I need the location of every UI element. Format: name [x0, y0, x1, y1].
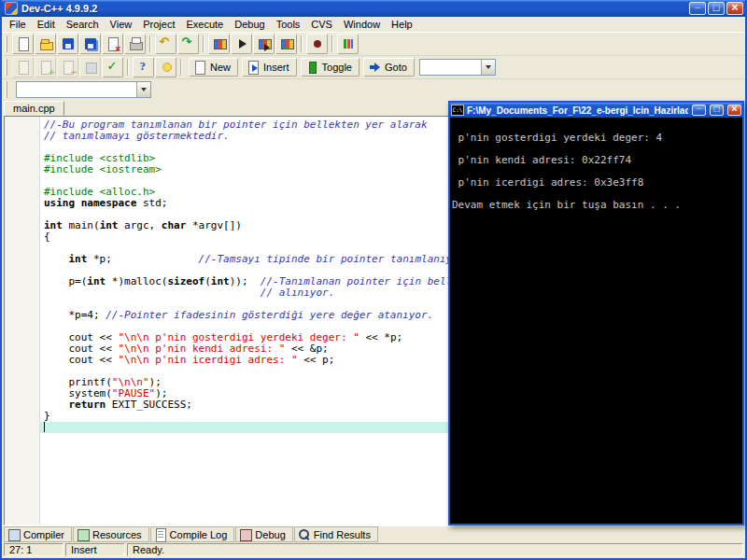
toggle-bookmark-button[interactable]: Toggle	[301, 58, 359, 77]
menu-edit[interactable]: Edit	[32, 18, 61, 31]
tab-main-cpp[interactable]: main.cpp	[4, 101, 64, 116]
tab-log-icon	[153, 527, 168, 542]
tab-find-icon	[297, 527, 312, 542]
project-options-icon	[83, 60, 98, 75]
save-button[interactable]	[57, 34, 78, 54]
toolbar-compiler	[2, 79, 745, 100]
menu-view[interactable]: View	[105, 18, 138, 31]
profile-button[interactable]	[337, 34, 359, 54]
menu-debug[interactable]: Debug	[229, 18, 270, 31]
insert-icon	[246, 60, 261, 75]
compile-button[interactable]	[208, 34, 230, 54]
console-line: p'nin icerdigi adres: 0x3e3ff8	[452, 177, 740, 189]
cmd-icon: C:\	[451, 105, 464, 116]
new-source-button[interactable]	[12, 34, 34, 54]
profile-icon	[341, 36, 356, 51]
tab-resources-icon	[76, 527, 91, 542]
tab-find-results[interactable]: Find Results	[294, 526, 378, 542]
toolbar-main-items	[4, 34, 359, 54]
console-maximize-button[interactable]	[710, 105, 724, 116]
print-icon	[128, 36, 143, 51]
toolbar-main	[2, 33, 745, 56]
tab-compile-log-label: Compile Log	[170, 529, 228, 540]
console-title-bar[interactable]: C:\ F:\My_Documents_For_F\22_e-bergi_Ici…	[450, 103, 742, 118]
page-new-icon	[192, 60, 207, 75]
chevron-down-icon	[141, 88, 147, 91]
add-file-icon	[38, 60, 53, 75]
tab-debug[interactable]: Debug	[235, 526, 292, 542]
add-file-button	[35, 57, 56, 77]
toolbar-separator	[301, 35, 303, 52]
menu-tools[interactable]: Tools	[271, 18, 306, 31]
toolbar-separator	[331, 35, 333, 52]
insert-bookmark-button[interactable]: Insert	[242, 58, 297, 77]
tip-button[interactable]	[155, 57, 176, 77]
save-all-button[interactable]	[79, 34, 101, 54]
devcpp-window: Dev-C++ 4.9.9.2 FileEditSearchViewProjec…	[0, 0, 747, 560]
run-button[interactable]	[231, 34, 252, 54]
run-icon	[234, 36, 249, 51]
compiler-combo-dropdown[interactable]	[136, 82, 150, 97]
bookmark-combo[interactable]	[419, 59, 496, 76]
console-close-button[interactable]	[727, 105, 741, 116]
toolbar-grip	[5, 35, 7, 52]
help-icon	[136, 60, 151, 75]
new-project-button	[12, 57, 34, 77]
toolbar-second: NewInsertToggleGoto	[2, 56, 745, 79]
console-window[interactable]: C:\ F:\My_Documents_For_F\22_e-bergi_Ici…	[448, 101, 744, 525]
undo-icon	[159, 36, 174, 51]
menu-execute[interactable]: Execute	[180, 18, 229, 31]
menu-help[interactable]: Help	[386, 18, 418, 31]
tab-compiler[interactable]: Compiler	[4, 526, 72, 542]
compiler-combo[interactable]	[16, 81, 151, 98]
tab-compile-log[interactable]: Compile Log	[150, 526, 235, 542]
minimize-button[interactable]	[689, 2, 706, 15]
remove-file-button	[57, 57, 78, 77]
menu-window[interactable]: Window	[338, 18, 386, 31]
window-title: Dev-C++ 4.9.9.2	[21, 3, 689, 14]
console-line: p'nin kendi adresi: 0x22ff74	[452, 155, 740, 166]
undo-button[interactable]	[155, 34, 176, 54]
tab-resources[interactable]: Resources	[73, 526, 149, 542]
toggle-icon	[304, 60, 319, 75]
print-button[interactable]	[124, 34, 146, 54]
menu-search[interactable]: Search	[61, 18, 105, 31]
redo-icon	[181, 36, 196, 51]
editor-gutter	[5, 117, 40, 525]
window-controls	[689, 2, 743, 15]
debug-button[interactable]	[306, 34, 328, 54]
compile-run-button[interactable]	[253, 34, 275, 54]
status-insert-mode: Insert	[65, 543, 125, 556]
save-icon	[61, 36, 76, 51]
goto-bookmark-button[interactable]: Goto	[363, 58, 415, 77]
close-file-icon	[106, 36, 120, 51]
devcpp-logo-icon	[5, 2, 18, 15]
console-line: p'nin gosterdigi yerdeki deger: 4	[452, 133, 740, 144]
title-bar[interactable]: Dev-C++ 4.9.9.2	[2, 0, 745, 17]
console-output: p'nin gosterdigi yerdeki deger: 4 p'nin …	[450, 118, 742, 524]
status-message: Ready.	[127, 543, 743, 556]
maximize-button[interactable]	[708, 2, 725, 15]
check-syntax-button[interactable]	[102, 57, 123, 77]
menu-project[interactable]: Project	[137, 18, 180, 31]
redo-button[interactable]	[177, 34, 199, 54]
bookmark-combo-dropdown[interactable]	[481, 60, 495, 75]
menu-bar: FileEditSearchViewProjectExecuteDebugToo…	[2, 17, 745, 33]
compile-run-icon	[257, 36, 272, 51]
help-button[interactable]	[133, 57, 154, 77]
rebuild-button[interactable]	[275, 34, 297, 54]
bottom-tab-bar: CompilerResourcesCompile LogDebugFind Re…	[2, 525, 745, 542]
tab-compiler-icon	[7, 527, 21, 542]
menu-file[interactable]: File	[4, 18, 32, 31]
tip-icon	[159, 60, 174, 75]
close-button[interactable]	[726, 2, 743, 15]
new-bookmark-button[interactable]: New	[189, 58, 238, 77]
menu-cvs[interactable]: CVS	[305, 18, 338, 31]
console-minimize-button[interactable]	[692, 105, 706, 116]
save-all-icon	[83, 36, 98, 51]
status-cursor-position: 27: 1	[4, 543, 63, 556]
close-file-button[interactable]	[102, 34, 123, 54]
toolbar-separator	[127, 59, 129, 76]
open-button[interactable]	[35, 34, 56, 54]
chevron-down-icon	[486, 65, 491, 69]
